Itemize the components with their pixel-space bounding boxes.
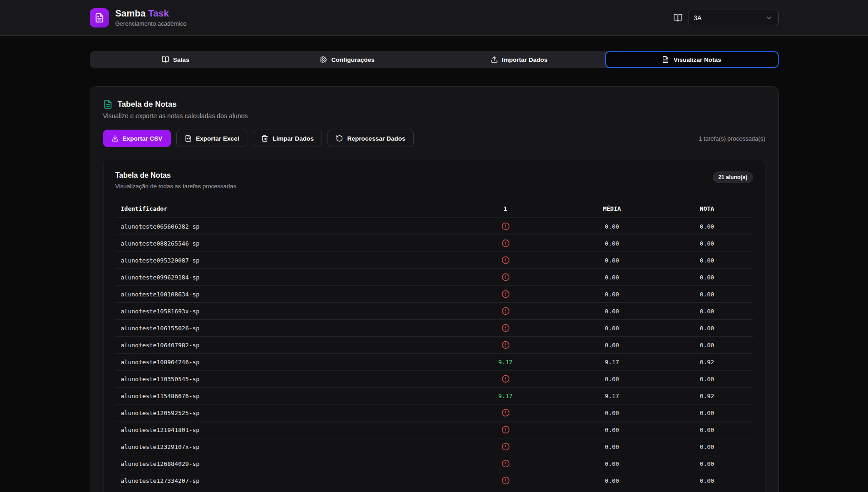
tab-label: Configurações xyxy=(331,56,375,63)
download-icon xyxy=(111,135,119,142)
grades-table: Identificador 1 MÉDIA NOTA alunoteste065… xyxy=(115,200,753,489)
table-row: alunoteste108964746-sp 9.17 9.17 0.92 xyxy=(115,354,753,371)
export-excel-button[interactable]: Exportar Excel xyxy=(176,130,248,147)
app-title-accent: Task xyxy=(148,8,169,18)
nota-value: 0.00 xyxy=(661,342,753,349)
app-logo xyxy=(90,8,109,27)
media-value: 0.00 xyxy=(563,460,661,467)
table-row: alunoteste121941801-sp 0.00 0.00 xyxy=(115,421,753,438)
section-title: Tabela de Notas xyxy=(118,100,177,109)
error-circle-icon xyxy=(502,375,510,383)
nota-value: 0.00 xyxy=(661,443,753,450)
file-text-icon xyxy=(662,56,669,63)
media-value: 9.17 xyxy=(563,359,661,366)
media-value: 0.00 xyxy=(563,291,661,298)
main-tabs: Salas Configurações Importar Dados Visua… xyxy=(90,51,779,68)
tab-importar-dados[interactable]: Importar Dados xyxy=(433,51,605,68)
class-select[interactable]: 3A xyxy=(688,10,779,26)
tab-visualizar-notas[interactable]: Visualizar Notas xyxy=(605,51,779,68)
nota-value: 0.92 xyxy=(661,393,753,399)
nota-value: 0.92 xyxy=(661,359,753,366)
table-row: alunoteste106407982-sp 0.00 0.00 xyxy=(115,337,753,354)
student-id: alunoteste10581693x-sp xyxy=(115,308,448,315)
tab-salas[interactable]: Salas xyxy=(90,51,262,68)
file-text-icon xyxy=(94,13,104,23)
button-label: Reprocessar Dados xyxy=(347,135,405,142)
student-id: alunoteste121941801-sp xyxy=(115,426,448,433)
nota-value: 0.00 xyxy=(661,460,753,467)
media-value: 0.00 xyxy=(563,257,661,264)
media-value: 0.00 xyxy=(563,274,661,281)
error-circle-icon xyxy=(502,341,510,349)
upload-icon xyxy=(491,56,498,63)
table-row: alunoteste095320087-sp 0.00 0.00 xyxy=(115,252,753,269)
table-row: alunoteste099629184-sp 0.00 0.00 xyxy=(115,269,753,286)
error-circle-icon xyxy=(502,273,510,281)
media-value: 0.00 xyxy=(563,240,661,247)
media-value: 0.00 xyxy=(563,376,661,383)
class-select-value: 3A xyxy=(694,14,702,22)
error-circle-icon xyxy=(502,409,510,417)
table-title: Tabela de Notas xyxy=(115,171,236,180)
table-row: alunoteste127334207-sp 0.00 0.00 xyxy=(115,472,753,489)
error-circle-icon xyxy=(502,426,510,434)
book-open-icon xyxy=(162,56,169,63)
nota-value: 0.00 xyxy=(661,240,753,247)
table-row: alunoteste065606382-sp 0.00 0.00 xyxy=(115,218,753,235)
table-row: alunoteste100108634-sp 0.00 0.00 xyxy=(115,286,753,303)
button-label: Exportar CSV xyxy=(123,135,163,142)
refresh-icon xyxy=(336,135,343,142)
chevron-down-icon xyxy=(765,14,773,22)
file-text-green-icon xyxy=(103,99,113,109)
media-value: 0.00 xyxy=(563,308,661,315)
student-id: alunoteste12329107x-sp xyxy=(115,443,448,450)
student-id: alunoteste100108634-sp xyxy=(115,291,448,298)
brand: Samba Task Gerenciamento acadêmico xyxy=(90,8,186,27)
nota-value: 0.00 xyxy=(661,291,753,298)
error-circle-icon xyxy=(502,443,510,451)
student-id: alunoteste095320087-sp xyxy=(115,257,448,264)
student-id: alunoteste065606382-sp xyxy=(115,223,448,230)
error-circle-icon xyxy=(502,459,510,468)
student-id: alunoteste120592525-sp xyxy=(115,410,448,416)
grades-table-card: Tabela de Notas Visualização de todas as… xyxy=(103,159,765,492)
student-id: alunoteste099629184-sp xyxy=(115,274,448,281)
processed-count-label: 1 tarefa(s) processada(s) xyxy=(699,135,765,142)
section-description: Visualize e exporte as notas calculadas … xyxy=(103,112,765,120)
error-circle-icon xyxy=(502,476,510,485)
error-circle-icon xyxy=(502,222,510,230)
tab-label: Visualizar Notas xyxy=(673,56,721,63)
table-row: alunoteste110350545-sp 0.00 0.00 xyxy=(115,371,753,388)
table-header-row: Identificador 1 MÉDIA NOTA xyxy=(115,200,753,218)
media-value: 0.00 xyxy=(563,426,661,433)
app-title: Samba Task xyxy=(115,8,186,19)
nota-value: 0.00 xyxy=(661,426,753,433)
tab-label: Salas xyxy=(173,56,189,63)
media-value: 0.00 xyxy=(563,443,661,450)
nota-value: 0.00 xyxy=(661,325,753,332)
export-csv-button[interactable]: Exportar CSV xyxy=(103,130,171,147)
book-open-icon xyxy=(673,13,682,22)
error-circle-icon xyxy=(502,256,510,264)
student-id: alunoteste126884029-sp xyxy=(115,460,448,467)
student-count-badge: 21 aluno(s) xyxy=(713,171,753,183)
notas-card: Tabela de Notas Visualize e exporte as n… xyxy=(90,86,779,492)
button-label: Limpar Dados xyxy=(273,135,314,142)
error-circle-icon xyxy=(502,239,510,247)
clear-data-button[interactable]: Limpar Dados xyxy=(253,130,322,147)
trash-icon xyxy=(261,135,268,142)
media-value: 0.00 xyxy=(563,342,661,349)
reprocess-button[interactable]: Reprocessar Dados xyxy=(328,130,414,147)
table-subtitle: Visualização de todas as tarefas process… xyxy=(115,183,236,190)
gear-icon xyxy=(320,56,327,63)
column-header-identificador: Identificador xyxy=(115,205,448,212)
media-value: 0.00 xyxy=(563,410,661,416)
student-id: alunoteste110350545-sp xyxy=(115,376,448,383)
student-id: alunoteste088265546-sp xyxy=(115,240,448,247)
button-label: Exportar Excel xyxy=(196,135,240,142)
app-subtitle: Gerenciamento acadêmico xyxy=(115,20,186,27)
column-header-task1: 1 xyxy=(448,205,563,212)
tab-label: Importar Dados xyxy=(502,56,548,63)
tab-configuracoes[interactable]: Configurações xyxy=(262,51,433,68)
table-row: alunoteste115486676-sp 9.17 9.17 0.92 xyxy=(115,388,753,405)
